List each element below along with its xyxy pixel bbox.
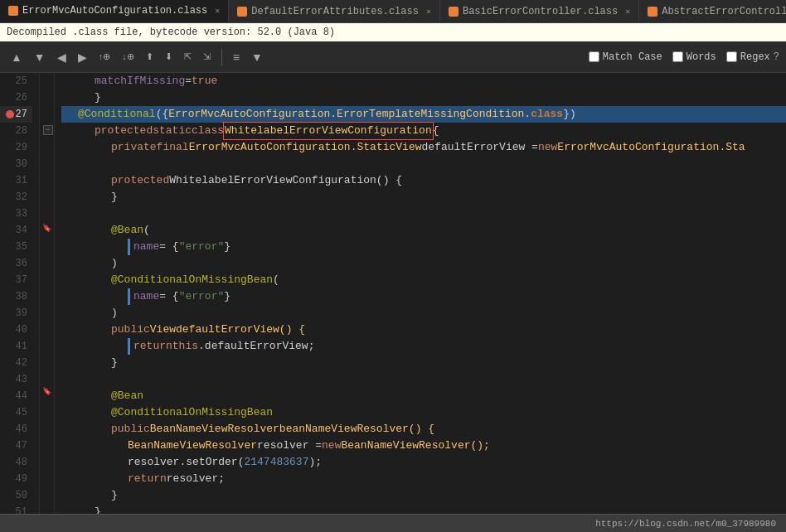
gutter-row: 25 xyxy=(0,73,32,89)
gutter-row: 38 xyxy=(0,288,32,305)
icon-cell xyxy=(40,318,54,335)
icon-cell xyxy=(40,399,54,416)
gutter-row: 28 xyxy=(0,123,32,139)
line-number: 43 xyxy=(16,374,27,385)
icon-cell xyxy=(40,481,54,498)
icon-cell xyxy=(40,171,54,187)
token: = xyxy=(185,73,192,89)
match-case-checkbox[interactable] xyxy=(589,51,599,62)
line-number: 46 xyxy=(16,423,27,435)
help-icon[interactable]: ? xyxy=(774,51,779,63)
code-line: } xyxy=(61,487,786,504)
token: this xyxy=(172,338,198,355)
icon-cell: 🔖 xyxy=(40,383,54,399)
sort-btn[interactable]: ≡ xyxy=(229,48,244,66)
tab-close-btn[interactable]: ✕ xyxy=(426,7,431,17)
bookmark-icon: 🔖 xyxy=(42,387,51,396)
token: } xyxy=(111,189,118,206)
line-number: 37 xyxy=(16,274,27,286)
info-bar: Decompiled .class file, bytecode version… xyxy=(0,23,786,41)
icon-cell xyxy=(40,432,54,448)
code-line: @Bean xyxy=(61,388,786,404)
line-number: 40 xyxy=(16,324,27,336)
token: name xyxy=(133,239,159,255)
status-bar: https://blog.csdn.net/m0_37989980 xyxy=(0,514,786,532)
icon-cell xyxy=(40,465,54,481)
token: ErrorTemplateMissingCondition xyxy=(337,106,524,123)
nav-btn8[interactable]: ⬇ xyxy=(161,49,177,65)
tab-basic-error[interactable]: BasicErrorController.class ✕ xyxy=(440,0,639,23)
nav-btn7[interactable]: ⬆ xyxy=(142,49,158,65)
vert-line xyxy=(128,338,130,355)
token: ) xyxy=(111,305,118,322)
words-label[interactable]: Words xyxy=(687,51,716,63)
gutter-row: 46 xyxy=(0,421,32,438)
gutter-row: 41 xyxy=(0,338,32,355)
gutter-row: 30 xyxy=(0,156,32,172)
code-line: } xyxy=(61,89,786,106)
token: View xyxy=(150,322,176,338)
line-number: 47 xyxy=(16,440,27,452)
token: class xyxy=(531,106,563,123)
nav-up-btn[interactable]: ▲ xyxy=(7,48,27,66)
token: resolver = xyxy=(257,438,322,454)
token: } xyxy=(111,355,118,371)
line-number: 34 xyxy=(16,225,27,236)
nav-down-btn[interactable]: ▼ xyxy=(30,48,50,66)
tab-abstract-error[interactable]: AbstractErrorController.class ✕ xyxy=(639,0,786,23)
nav-btn6[interactable]: ↓⊕ xyxy=(118,49,138,65)
nav-btn10[interactable]: ⇲ xyxy=(199,49,215,65)
nav-left-btn[interactable]: ◀ xyxy=(53,48,70,66)
token: { xyxy=(433,123,439,139)
token: name xyxy=(133,288,159,305)
words-checkbox[interactable] xyxy=(672,51,683,62)
tab-close-btn[interactable]: ✕ xyxy=(625,7,630,17)
nav-btn5[interactable]: ↑⊕ xyxy=(95,49,115,65)
tab-icon xyxy=(237,7,247,17)
icon-cell xyxy=(40,448,54,465)
gutter-row: 27 xyxy=(0,106,32,123)
code-line xyxy=(61,156,786,172)
breakpoint-icon xyxy=(6,110,14,118)
token: @ConditionalOnMissingBean xyxy=(111,404,273,421)
regex-label[interactable]: Regex xyxy=(740,51,770,63)
fold-icon[interactable]: − xyxy=(43,125,53,135)
line-number: 27 xyxy=(16,109,27,120)
gutter-row: 33 xyxy=(0,206,32,222)
line-number: 30 xyxy=(16,158,27,170)
line-number-gutter: 2526272829303132333435363738394041424344… xyxy=(0,73,40,514)
token: ) xyxy=(111,255,118,272)
tab-default-error[interactable]: DefaultErrorAttributes.class ✕ xyxy=(229,0,440,23)
filter-btn[interactable]: ▼ xyxy=(247,48,267,66)
code-line: public View defaultErrorView() { xyxy=(61,322,786,338)
code-line: return resolver; xyxy=(61,471,786,487)
icon-cell xyxy=(40,204,54,220)
words-group: Words xyxy=(672,51,716,63)
tab-label: ErrorMvcAutoConfiguration.class xyxy=(22,5,207,17)
line-number: 50 xyxy=(16,490,27,501)
line-number: 31 xyxy=(16,175,27,186)
line-number: 29 xyxy=(16,142,27,153)
icon-cell xyxy=(40,89,54,106)
icon-cell xyxy=(40,351,54,367)
gutter-row: 51 xyxy=(0,504,32,514)
token: resolver xyxy=(128,454,179,471)
nav-right-btn[interactable]: ▶ xyxy=(74,48,91,66)
match-case-label[interactable]: Match Case xyxy=(603,51,662,63)
gutter-row: 36 xyxy=(0,255,32,272)
line-number: 45 xyxy=(16,407,27,418)
tab-close-btn[interactable]: ✕ xyxy=(215,6,220,16)
tab-bar: ErrorMvcAutoConfiguration.class ✕ Defaul… xyxy=(0,0,786,23)
token: protected xyxy=(95,123,153,139)
nav-btn9[interactable]: ⇱ xyxy=(180,49,196,65)
icon-cell xyxy=(40,497,54,514)
tab-error-mvc[interactable]: ErrorMvcAutoConfiguration.class ✕ xyxy=(0,0,229,23)
code-content: matchIfMissing = true}@Conditional({Erro… xyxy=(55,73,786,514)
regex-checkbox[interactable] xyxy=(726,51,737,62)
bookmark-icon: 🔖 xyxy=(42,224,51,233)
gutter-row: 43 xyxy=(0,371,32,388)
code-line xyxy=(61,371,786,388)
code-line: private final ErrorMvcAutoConfiguration.… xyxy=(61,139,786,156)
icon-cell: 🔖 xyxy=(40,220,54,236)
token: BeanNameViewResolver xyxy=(128,438,257,454)
